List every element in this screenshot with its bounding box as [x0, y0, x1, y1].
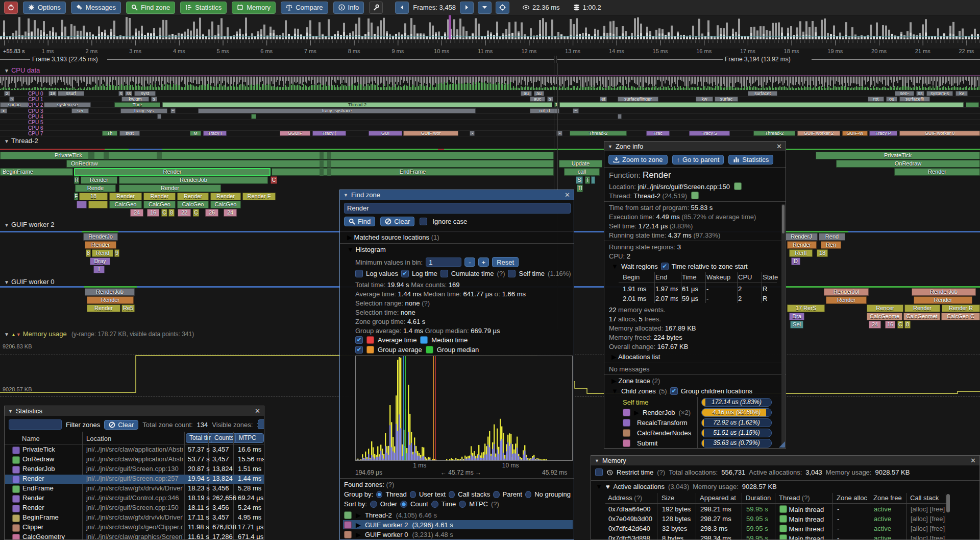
timeline-zone[interactable]: Render — [87, 304, 120, 312]
expand-arrow-icon[interactable]: ▶ — [347, 233, 354, 241]
cpu-zone[interactable]: system se — [44, 102, 91, 107]
cpu-zone[interactable]: Thre — [114, 102, 160, 107]
timeline-zone[interactable]: 22 — [178, 209, 191, 217]
timeline-zone[interactable]: Rend — [92, 249, 113, 257]
timeline-zone[interactable]: call — [564, 168, 600, 176]
timeline-zone[interactable] — [327, 152, 331, 159]
cpu-zone[interactable]: s — [151, 97, 157, 102]
timeline-zone[interactable]: Render — [904, 304, 940, 312]
timeline-zone[interactable]: 18 — [79, 193, 108, 200]
cpu-zone[interactable]: s — [118, 91, 124, 96]
memory-titlebar[interactable]: ▼Memory✕ — [591, 456, 979, 465]
cumulate-checkbox[interactable] — [440, 270, 448, 277]
restrict-time-checkbox[interactable] — [595, 468, 603, 476]
timeline-zone[interactable]: Render — [894, 168, 980, 176]
timeline-zone[interactable]: Render — [109, 193, 142, 200]
group-by-radio[interactable] — [410, 491, 416, 498]
timeline-zone[interactable]: 9 — [114, 249, 119, 257]
compare-button[interactable]: Compare — [281, 2, 328, 14]
timeline-zone[interactable]: l — [93, 266, 105, 273]
timeline-zone[interactable]: Rende — [75, 184, 116, 192]
reset-button[interactable]: Reset — [492, 257, 519, 267]
timeline-zone[interactable]: Rerff — [789, 249, 813, 257]
clear-filter-button[interactable]: Clear — [104, 420, 138, 430]
sort-by-radio[interactable] — [431, 501, 438, 508]
timeline-zone[interactable]: Render — [119, 184, 221, 192]
close-icon[interactable]: ✕ — [565, 191, 570, 199]
goto-frame-button[interactable] — [496, 2, 509, 14]
filter-input[interactable] — [9, 419, 62, 430]
close-icon[interactable]: ✕ — [776, 143, 782, 150]
statistics-button[interactable]: Statistics — [728, 155, 773, 165]
timeline-zone[interactable]: CalcGeome — [867, 313, 902, 320]
statistics-row[interactable]: Renderjni/../jni/src/guif/Control.cpp:34… — [5, 494, 264, 503]
memory-row[interactable]: 0x7dfc53d8988 bytes298.34 ms59.95 s Main… — [592, 534, 949, 540]
timeline-zone[interactable]: BeginFrame — [0, 168, 73, 176]
timeline-zone[interactable]: CalcGeo C — [941, 313, 980, 320]
collapse-arrow-icon[interactable]: ▼ — [596, 483, 602, 490]
cpu-zone[interactable]: Tracy P — [869, 131, 897, 136]
timeline-zone[interactable]: OnRedraw — [836, 160, 980, 168]
timeline-zone[interactable]: PrivateTick — [816, 152, 980, 159]
timeline-zone[interactable]: C — [271, 176, 277, 184]
statistics-row[interactable]: CalcGeometryjni/../jni/src/claw/graphics… — [5, 533, 264, 540]
statistics-row[interactable]: BeginFramejni/../jni/src/claw/gfx/drv/vk… — [5, 513, 264, 523]
timeline-zone[interactable]: 16 — [147, 209, 159, 217]
power-button[interactable] — [4, 2, 18, 14]
timeline-zone[interactable]: 8 — [168, 209, 175, 217]
cpu-zone[interactable]: rot — [868, 97, 884, 102]
timeline-zone[interactable] — [320, 168, 324, 176]
frame-menu-button[interactable] — [478, 2, 492, 14]
statistics-row[interactable]: OnRedrawjni/../jni/src/claw/application/… — [5, 455, 264, 464]
timeline-zone[interactable] — [320, 152, 324, 159]
timeline-zone[interactable]: Render — [787, 241, 817, 249]
timeline-zone[interactable] — [157, 152, 162, 159]
ignore-case-checkbox[interactable] — [420, 218, 427, 225]
clipped-button[interactable] — [258, 419, 264, 429]
timeline-zone[interactable]: Render — [143, 193, 176, 200]
timeline-zone[interactable]: S — [576, 176, 583, 184]
timeline-zone[interactable]: RenderJol — [824, 288, 869, 296]
statistics-row[interactable]: Renderjni/../jni/src/guif/Screen.cpp:150… — [5, 504, 264, 513]
cpu-zone[interactable] — [559, 102, 964, 107]
frame-time-graph[interactable] — [0, 15, 980, 40]
cpu-zone[interactable]: Tracy I — [203, 131, 227, 136]
child-zone-row[interactable]: RecalcTransform — [623, 419, 687, 427]
find-zone-button[interactable]: Find zone — [126, 2, 175, 14]
collapse-arrow-icon[interactable]: ▼ — [611, 263, 618, 270]
cpu-zone[interactable]: GGUIF — [280, 131, 310, 136]
cpu-zone[interactable]: GUIF wor — [403, 131, 458, 136]
timeline-zone[interactable] — [88, 201, 108, 208]
cpu-zone[interactable]: kw — [696, 97, 713, 102]
timeline-zone[interactable]: R — [74, 176, 79, 184]
cpu-zone[interactable]: surfac — [715, 97, 738, 102]
timeline-zone[interactable]: 24 — [224, 209, 237, 217]
timeline-zone[interactable] — [77, 201, 87, 208]
find-button[interactable]: Find — [344, 217, 375, 226]
prev-frame-button[interactable] — [395, 2, 409, 14]
cpu-zone[interactable]: GUIF worker 2 — [797, 131, 840, 136]
timeline-zone[interactable]: F — [74, 193, 78, 200]
collapse-arrow-icon[interactable]: ▼ — [611, 387, 618, 395]
timeline-zone[interactable]: 18 — [817, 249, 828, 257]
expand-arrow-icon[interactable]: ▶ — [611, 377, 619, 385]
frame-span-row[interactable]: Frame 3,193 (22.45 ms)Frame 3,194 (13.92… — [0, 55, 980, 63]
timeline-zone[interactable] — [320, 160, 324, 168]
group-by-radio[interactable] — [376, 491, 382, 498]
timeline-zone[interactable] — [104, 152, 109, 159]
cpu-zone[interactable]: Thread-2 — [753, 131, 795, 136]
timeline-zone[interactable]: CalcGeo — [177, 201, 209, 208]
timeline-zone[interactable]: Render — [87, 296, 134, 304]
messages-button[interactable]: Messages — [71, 2, 121, 14]
info-button[interactable]: Info — [333, 2, 364, 14]
cpu-zone[interactable]: GUIF-W — [842, 131, 868, 136]
cpu-zone[interactable]: ~ — [170, 108, 176, 113]
timeline-zone[interactable]: RenderJob — [912, 288, 976, 296]
memory-usage-header[interactable]: ▼▲▼Memory usage (y-range: 178.27 KB, vis… — [4, 330, 194, 338]
timeline-zone[interactable]: Rencer — [867, 304, 903, 312]
timeline-zone[interactable]: CalcGeo — [109, 201, 142, 208]
statistics-row[interactable]: Clipperjni/../jni/src/claw/gfx/geo/Clipp… — [5, 523, 264, 532]
timeline-zone[interactable]: EndFrame — [272, 168, 554, 176]
zone-group-row[interactable]: ▶GUIF worker 0(3,231) 4.48 s — [343, 530, 573, 539]
timeline-zone[interactable] — [327, 160, 331, 168]
